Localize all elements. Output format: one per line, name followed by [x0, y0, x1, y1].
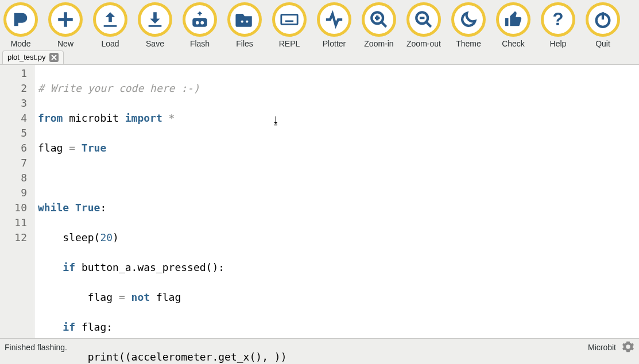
mode-button[interactable]: Mode: [3, 2, 38, 48]
line-number: 2: [0, 81, 34, 96]
help-button[interactable]: ? Help: [541, 2, 575, 48]
svg-line-8: [381, 22, 386, 27]
code-area[interactable]: # Write your code here :-) from microbit…: [34, 65, 639, 338]
tool-label: Check: [502, 39, 525, 48]
check-button[interactable]: Check: [496, 2, 530, 48]
zoom-in-icon: [362, 2, 396, 37]
line-number: 6: [0, 141, 34, 156]
plus-icon: [48, 2, 83, 37]
svg-line-12: [426, 22, 431, 27]
line-number: 5: [0, 126, 34, 141]
tool-label: Save: [146, 39, 164, 48]
tool-label: Theme: [456, 39, 481, 48]
svg-text:?: ?: [552, 10, 563, 29]
mode-icon: [3, 2, 38, 37]
svg-rect-0: [281, 15, 297, 25]
tool-label: Zoom-in: [364, 39, 393, 48]
tool-label: New: [57, 39, 73, 48]
plotter-button[interactable]: Plotter: [317, 2, 351, 48]
repl-button[interactable]: REPL: [272, 2, 307, 48]
tool-label: Flash: [190, 39, 210, 48]
upload-icon: [93, 2, 127, 37]
tool-label: Help: [550, 39, 567, 48]
tab-filename: plot_test.py: [7, 53, 46, 61]
line-number: 1: [0, 66, 34, 81]
tab-close-button[interactable]: [49, 53, 59, 62]
save-button[interactable]: Save: [138, 2, 172, 48]
line-gutter: 1 2 3 4 5 6 7 8 9 10 11 12: [0, 65, 34, 338]
tool-label: Load: [101, 39, 119, 48]
theme-button[interactable]: Theme: [451, 2, 486, 48]
zoom-out-icon: [406, 2, 441, 37]
tab-file[interactable]: plot_test.py: [2, 51, 64, 64]
line-number: 3: [0, 96, 34, 111]
tool-label: Zoom-out: [406, 39, 441, 48]
download-icon: [138, 2, 172, 37]
thumbs-up-icon: [496, 2, 530, 37]
line-number: 11: [0, 215, 34, 230]
power-icon: [586, 2, 620, 37]
question-icon: ?: [541, 2, 575, 37]
line-number: 8: [0, 171, 34, 185]
new-button[interactable]: New: [48, 2, 83, 48]
line-number: 12: [0, 230, 34, 245]
tool-label: Quit: [595, 39, 610, 48]
keyboard-icon: [272, 2, 307, 37]
tool-label: Plotter: [323, 39, 346, 48]
pulse-icon: [317, 2, 351, 37]
quit-button[interactable]: Quit: [586, 2, 620, 48]
line-number: 9: [0, 185, 34, 200]
files-button[interactable]: Files: [227, 2, 262, 48]
zoom-out-button[interactable]: Zoom-out: [406, 2, 441, 48]
editor: 1 2 3 4 5 6 7 8 9 10 11 12 # Write your …: [0, 64, 639, 339]
line-number: 7: [0, 156, 34, 171]
tab-bar: plot_test.py: [0, 49, 639, 64]
cursor-indicator-icon: ⭳: [271, 113, 281, 128]
tool-label: Files: [236, 39, 253, 48]
flash-button[interactable]: Flash: [183, 2, 217, 48]
line-number: 4: [0, 111, 34, 126]
tool-label: Mode: [10, 39, 30, 48]
line-number: 10: [0, 200, 34, 215]
zoom-in-button[interactable]: Zoom-in: [362, 2, 396, 48]
robot-down-icon: [183, 2, 217, 37]
folder-robot-icon: [227, 2, 262, 37]
toolbar: Mode New Load Save Flash Files REPL Plot…: [0, 0, 639, 49]
tool-label: REPL: [279, 39, 300, 48]
load-button[interactable]: Load: [93, 2, 127, 48]
moon-icon: [451, 2, 486, 37]
